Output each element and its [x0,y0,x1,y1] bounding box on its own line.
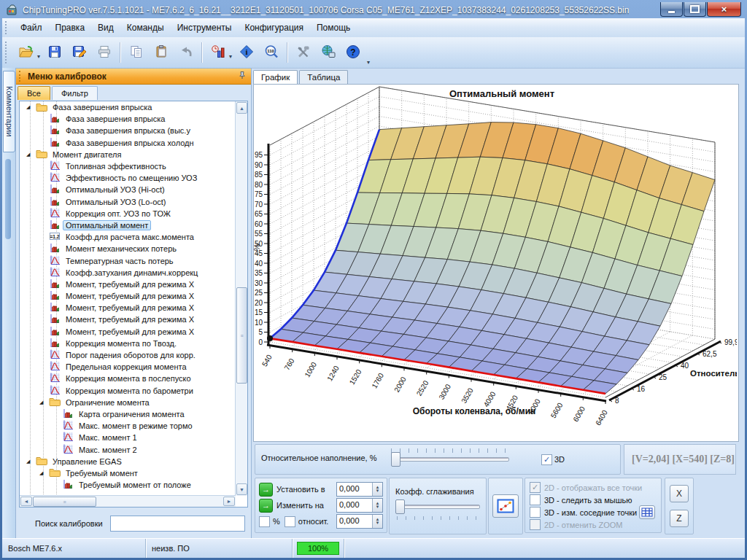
expand-icon[interactable]: ◢ [26,459,30,464]
tree-item[interactable]: Коэфф.затухания динамич.коррекц [20,267,236,279]
tree-vertical-scrollbar[interactable]: ▲ ≡ ▼ [235,101,247,496]
apply-change-button[interactable]: → [259,499,273,513]
set-value-spinner[interactable]: 0,000▲▼ [336,482,383,497]
scroll-right-button[interactable]: ► [223,497,235,506]
smoothing-slider-thumb[interactable] [395,499,405,514]
tree-item[interactable]: Оптимальный УОЗ (Lo-oct) [20,196,236,208]
option-checkbox-0[interactable]: ✓ [530,482,541,493]
tree-item[interactable]: Температурная часть потерь [20,254,236,266]
toolbar-overflow-button[interactable]: ▾ [367,59,370,68]
tree-item[interactable]: Макс. момент 2 [20,443,236,455]
change-value-spinner[interactable]: 0,000▲▼ [336,498,383,513]
tree-item[interactable]: Требуемый момент от положе [20,479,236,491]
tree-item[interactable]: Макс. момент 1 [20,432,236,443]
toolbar-save-button[interactable] [42,40,67,65]
minimize-button[interactable] [660,2,683,17]
neighbor-points-grid-button[interactable] [639,505,655,519]
tree-item[interactable]: Момент, требуемый для режима Х [20,279,236,290]
tab-graph[interactable]: График [253,70,298,85]
menu-item-конфигурация[interactable]: Конфигурация [238,20,310,36]
apply-set-button[interactable]: → [259,483,273,497]
menu-item-инструменты[interactable]: Инструменты [171,20,239,36]
percent-checkbox[interactable]: ✓ [259,516,270,527]
tree-item[interactable]: Предельная коррекция момента [20,361,236,373]
tree-item[interactable]: Топливная эффективность [20,160,236,172]
tree-item[interactable]: ◢Ограничение момента [20,397,236,408]
tree-item[interactable]: ◢Момент двигателя [20,149,236,160]
tab-filter[interactable]: Фильтр [52,86,98,100]
tree-item[interactable]: Момент механических потерь [20,243,236,254]
tree-horizontal-scrollbar[interactable]: ◄ ≡ ► [20,495,236,507]
option-checkbox-1[interactable] [530,494,541,505]
z-axis-button[interactable]: Z [670,510,689,527]
toolbar-paste-button[interactable] [149,40,174,65]
toolbar-undo-button[interactable] [174,40,198,65]
toolbar-chart-button[interactable] [206,40,231,65]
surface-chart[interactable]: 05101520253035404550556065707580859095%5… [253,84,739,442]
tree-item[interactable]: Фаза завершения впрыска холодн [20,137,236,149]
tree-item[interactable]: Оптимальный момент [20,219,236,231]
calibration-search-input[interactable] [110,516,245,532]
expand-icon[interactable]: ◢ [39,470,43,476]
tab-table[interactable]: Таблица [299,70,348,84]
tree-item[interactable]: Коррекция момента по барометри [20,385,236,397]
scroll-down-button[interactable]: ▼ [236,483,247,495]
tree-item[interactable]: ◢Фаза завершения впрыска [20,101,236,113]
pin-icon[interactable] [238,71,247,82]
fill-slider-thumb[interactable] [391,452,400,467]
expand-icon[interactable]: ◢ [26,104,30,110]
toolbar-chart-dropdown[interactable]: ▾ [229,53,232,60]
scroll-up-button[interactable]: ▲ [236,102,247,114]
tree-item[interactable]: Карта ограничения момента [20,408,236,420]
option-checkbox-2[interactable] [530,507,541,518]
tree-item[interactable]: Момент, требуемый для режима Х [20,290,236,302]
tab-all[interactable]: Все [18,86,50,100]
option-checkbox-3[interactable] [530,519,541,530]
expand-icon[interactable]: ◢ [39,400,43,405]
tree-item[interactable]: Макс. момент в режиме тормо [20,420,236,432]
comments-tab[interactable]: Комментарии [3,71,15,152]
tree-item[interactable]: Момент, требуемый для режима Х [20,302,236,314]
horizontal-scroll-thumb[interactable]: ≡ [33,497,96,507]
expand-icon[interactable]: ◢ [26,152,30,158]
tree-item[interactable]: Фаза завершения впрыска (выс.у [20,125,236,136]
toolbar-save-as-button[interactable] [67,40,92,65]
tree-item[interactable]: Фаза завершения впрыска [20,113,236,125]
menu-item-файл[interactable]: Файл [14,20,49,36]
toolbar-open-button[interactable] [14,40,39,65]
toolbar-web-button[interactable] [316,40,341,65]
toolbar-tools-button[interactable] [291,40,316,65]
tree-item[interactable]: Момент, требуемый для режима Х [20,314,236,325]
curve-editor-button[interactable] [492,494,519,518]
toolbar-print-button[interactable] [92,40,117,65]
toolbar-open-dropdown[interactable]: ▾ [37,53,40,60]
smoothing-slider[interactable] [395,505,480,509]
relative-value-spinner[interactable]: 0,000▲▼ [336,514,383,529]
toolbar-info-button[interactable]: i [234,40,259,65]
toolbar-zoom-button[interactable]: 110 [259,40,284,65]
tree-item[interactable]: Коррекция момента в послепуско [20,373,236,384]
toolbar-copy-button[interactable] [124,40,149,65]
tree-item[interactable]: ◢Управление EGAS [20,456,236,467]
title-bar[interactable]: ChipTuningPRO ver.7.5.1.1021 - ME7.6.2_6… [2,2,745,18]
tree-item[interactable]: Момент, требуемый для режима Х [20,326,236,338]
tree-item[interactable]: Оптимальный УОЗ (Hi-oct) [20,184,236,195]
tree-item[interactable]: Коррекция опт. УОЗ по ТОЖ [20,208,236,219]
tree-item[interactable]: Коррекция момента по Твозд. [20,338,236,349]
fill-slider[interactable] [391,457,509,462]
3d-checkbox[interactable]: ✓ [541,454,552,465]
toolbar-help-button[interactable]: ? [341,40,365,65]
menu-item-команды[interactable]: Команды [120,20,171,36]
tree-item[interactable]: ◢Требуемый момент [20,467,236,479]
maximize-button[interactable] [684,2,706,17]
x-axis-button[interactable]: X [670,485,689,502]
close-button[interactable]: × [707,2,741,17]
menu-item-помощь[interactable]: Помощь [310,20,357,36]
tree-item[interactable]: =1.2Коэфф.для расчета макс.момента [20,231,236,243]
menu-item-вид[interactable]: Вид [91,20,120,36]
scroll-left-button[interactable]: ◄ [20,497,32,506]
relative-checkbox[interactable]: ✓ [285,516,295,527]
vertical-scroll-thumb[interactable]: ≡ [236,287,247,384]
menu-item-правка[interactable]: Правка [49,20,92,36]
tree-item[interactable]: Эффективность по смещению УОЗ [20,172,236,184]
